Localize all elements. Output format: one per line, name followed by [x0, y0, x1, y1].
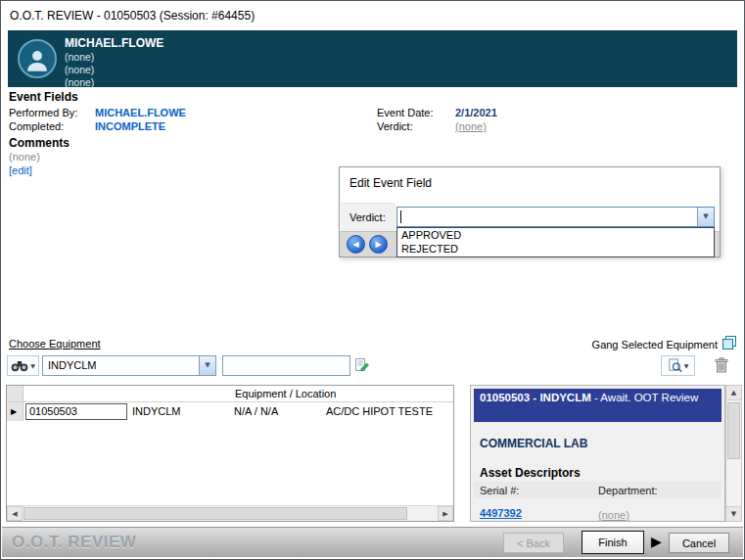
- equipment-group-value: INDYCLM: [48, 359, 97, 371]
- scroll-left-icon: ◀: [12, 510, 17, 518]
- edit-comments-link[interactable]: [edit]: [9, 164, 32, 176]
- user-header-band: MICHAEL.FLOWE (none) (none) (none): [8, 30, 737, 87]
- arrow-right-icon: ▶: [375, 240, 381, 249]
- oot-review-dialog: O.O.T. REVIEW - 01050503 (Session: #6445…: [0, 0, 745, 560]
- equipment-table: Equipment / Location ▶ 01050503 INDYCLM …: [6, 385, 454, 522]
- table-header-row: Equipment / Location: [7, 386, 453, 402]
- serial-label: Serial #:: [480, 485, 519, 496]
- gang-selected-equipment-label: Gang Selected Equipment: [592, 339, 718, 350]
- cell-equipment-group[interactable]: INDYCLM: [132, 405, 181, 417]
- vertical-scrollbar-thumb[interactable]: [727, 402, 740, 459]
- event-date-label: Event Date:: [377, 107, 433, 118]
- table-row[interactable]: ▶ 01050503 INDYCLM N/A / N/A AC/DC HIPOT…: [7, 402, 453, 421]
- trash-icon: [715, 357, 728, 373]
- edit-equipment-button[interactable]: [354, 357, 370, 376]
- edit-pencil-icon: [354, 357, 370, 373]
- combobox-dropdown-button[interactable]: ▼: [199, 356, 215, 375]
- chevron-down-icon: ▼: [703, 212, 708, 220]
- previous-field-button[interactable]: ◀: [347, 235, 365, 254]
- horizontal-scrollbar[interactable]: ◀ ▶: [7, 505, 453, 521]
- chevron-down-icon: ▼: [30, 362, 35, 369]
- gang-selected-equipment-button[interactable]: [722, 335, 737, 353]
- finish-split-arrow-icon[interactable]: ▶: [651, 534, 662, 549]
- scroll-up-button[interactable]: ▲: [726, 386, 741, 400]
- cell-equipment-id[interactable]: 01050503: [25, 403, 127, 420]
- horizontal-scrollbar-thumb[interactable]: [23, 507, 407, 520]
- gang-copy-icon: [722, 335, 737, 350]
- equipment-search-input[interactable]: [222, 355, 350, 376]
- equipment-group-combobox[interactable]: INDYCLM ▼: [42, 355, 216, 376]
- scroll-right-icon: ▶: [442, 510, 447, 518]
- find-split-button[interactable]: ▼: [7, 355, 39, 376]
- column-header-equipment-location[interactable]: Equipment / Location: [235, 388, 336, 399]
- scroll-down-icon: ▼: [731, 510, 736, 518]
- finish-button[interactable]: Finish: [582, 531, 644, 554]
- footer-title: O.O.T. REVIEW: [12, 533, 136, 552]
- user-name: MICHAEL.FLOWE: [65, 36, 163, 50]
- details-title-id: 01050503 - INDYCLM: [480, 392, 591, 403]
- choose-equipment-link[interactable]: Choose Equipment: [9, 338, 101, 350]
- serial-value-link[interactable]: 4497392: [480, 507, 522, 519]
- next-field-button[interactable]: ▶: [369, 235, 388, 254]
- back-button: < Back: [503, 533, 564, 553]
- binoculars-icon: [11, 359, 28, 372]
- verdict-dropdown-list: APPROVED REJECTED: [396, 227, 715, 257]
- scroll-up-icon: ▲: [731, 389, 736, 397]
- row-marker-icon: ▶: [11, 407, 17, 416]
- comments-value: (none): [9, 151, 40, 163]
- scroll-left-button[interactable]: ◀: [7, 506, 23, 521]
- details-title-banner: 01050503 - INDYCLM - Await. OOT Review: [474, 389, 722, 422]
- popup-title: Edit Event Field: [349, 176, 432, 190]
- cancel-button[interactable]: Cancel: [669, 533, 729, 553]
- arrow-left-icon: ◀: [352, 240, 358, 249]
- avatar: [18, 39, 57, 78]
- verdict-combobox[interactable]: ▼: [396, 207, 715, 227]
- details-title-status: - Await. OOT Review: [591, 392, 699, 403]
- verdict-label: Verdict:: [377, 120, 413, 132]
- user-detail-line: (none): [65, 64, 94, 75]
- event-date-value: 2/1/2021: [455, 107, 497, 118]
- user-detail-line: (none): [65, 51, 94, 63]
- scroll-right-button[interactable]: ▶: [438, 506, 453, 521]
- user-detail-line: (none): [65, 76, 94, 88]
- footer-bar: O.O.T. REVIEW < Back Finish ▶ Cancel: [2, 527, 743, 557]
- verdict-value-link[interactable]: (none): [455, 120, 487, 132]
- row-selector[interactable]: ▶: [7, 402, 23, 421]
- text-caret: [400, 210, 401, 223]
- department-label: Department:: [598, 485, 658, 496]
- completed-label: Completed:: [9, 120, 64, 132]
- combobox-dropdown-button[interactable]: ▼: [697, 208, 714, 226]
- chevron-down-icon: ▼: [684, 362, 689, 369]
- event-fields-heading: Event Fields: [9, 90, 78, 104]
- dropdown-option-rejected[interactable]: REJECTED: [397, 242, 714, 256]
- header-gutter: [7, 386, 23, 401]
- preview-magnifier-icon: [668, 358, 682, 373]
- window-title: O.O.T. REVIEW - 01050503 (Session: #6445…: [1, 1, 744, 29]
- dropdown-option-approved[interactable]: APPROVED: [397, 228, 714, 242]
- popup-verdict-label: Verdict:: [349, 211, 386, 223]
- person-icon: [23, 46, 51, 73]
- completed-value: INCOMPLETE: [95, 120, 165, 132]
- asset-descriptors-heading: Asset Descriptors: [480, 466, 581, 480]
- scroll-down-button[interactable]: ▼: [726, 506, 741, 521]
- equipment-details-panel: 01050503 - INDYCLM - Await. OOT Review C…: [470, 385, 725, 522]
- edit-event-field-popup: Edit Event Field Verdict: ▼ APPROVED REJ…: [339, 166, 721, 257]
- cell-equipment-description[interactable]: AC/DC HIPOT TESTE: [326, 405, 433, 417]
- vertical-scrollbar[interactable]: ▲ ▼: [725, 385, 742, 522]
- delete-equipment-button[interactable]: [715, 357, 728, 376]
- performed-by-value: MICHAEL.FLOWE: [95, 107, 186, 118]
- performed-by-label: Performed By:: [9, 107, 77, 118]
- preview-split-button[interactable]: ▼: [661, 355, 695, 376]
- details-lab-name: COMMERCIAL LAB: [480, 437, 587, 450]
- cell-equipment-location[interactable]: N/A / N/A: [234, 405, 278, 417]
- comments-heading: Comments: [9, 136, 70, 150]
- chevron-down-icon: ▼: [205, 361, 210, 369]
- department-value-link[interactable]: (none): [598, 509, 629, 521]
